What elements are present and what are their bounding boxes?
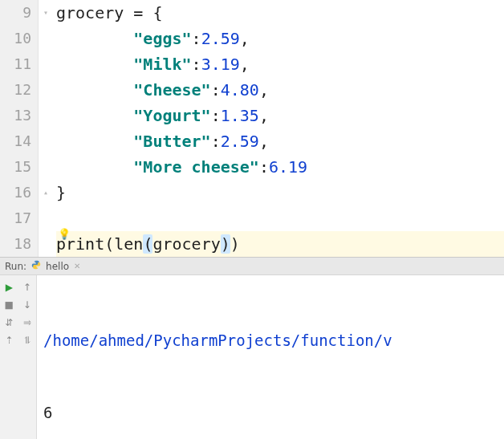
line-number: 12: [3, 77, 31, 103]
run-output[interactable]: /home/ahmed/PycharmProjects/function/v 6: [37, 275, 504, 439]
line-number: 14: [3, 128, 31, 154]
layout-button[interactable]: ⇵: [0, 314, 18, 331]
code-area[interactable]: grocery = { "eggs":2.59, "Milk":3.19, "C…: [55, 0, 504, 257]
fold-open-icon[interactable]: ▾: [40, 7, 51, 18]
expand-button[interactable]: ⇡: [0, 331, 18, 349]
output-value: 6: [43, 400, 498, 425]
code-line[interactable]: "Butter":2.59,: [56, 128, 504, 154]
code-line[interactable]: "eggs":2.59,: [56, 26, 504, 51]
code-line[interactable]: "Milk":3.19,: [56, 51, 504, 77]
fold-column[interactable]: ▾▴: [39, 0, 55, 257]
line-number: 10: [3, 26, 31, 51]
code-line[interactable]: }: [56, 180, 504, 205]
fold-close-icon[interactable]: ▴: [40, 187, 51, 198]
line-number: 16: [3, 180, 31, 205]
line-number: 17: [3, 205, 31, 231]
soft-wrap-button[interactable]: ⥤: [18, 314, 37, 331]
code-line[interactable]: "Cheese":4.80,: [56, 77, 504, 103]
line-number: 11: [3, 51, 31, 77]
scroll-down-button[interactable]: ↓: [18, 296, 37, 314]
output-path: /home/ahmed/PycharmProjects/function/v: [43, 328, 498, 352]
code-editor[interactable]: 9101112131415161718 ▾▴ grocery = { "eggs…: [0, 0, 504, 257]
run-tool-window: Run: hello ✕ ▶ ↑ ■ ↓ ⇵ ⥤ ⇡ ⥮ /home/ahmed…: [0, 257, 504, 439]
intention-bulb-icon[interactable]: 💡: [58, 222, 71, 247]
run-config-name[interactable]: hello: [46, 261, 69, 272]
line-number: 18: [3, 231, 31, 257]
code-line[interactable]: print(len(grocery)): [56, 231, 504, 257]
line-number-gutter: 9101112131415161718: [0, 0, 39, 257]
run-label: Run:: [5, 261, 26, 272]
settings-button[interactable]: ⥮: [18, 331, 37, 349]
code-line[interactable]: "Yogurt":1.35,: [56, 103, 504, 128]
rerun-button[interactable]: ▶: [0, 278, 18, 296]
code-line[interactable]: "More cheese":6.19: [56, 154, 504, 180]
code-line[interactable]: grocery = {: [56, 0, 504, 26]
stop-button[interactable]: ■: [0, 296, 18, 314]
code-line[interactable]: [56, 205, 504, 231]
run-header: Run: hello ✕: [0, 258, 504, 275]
line-number: 13: [3, 103, 31, 128]
python-icon: [31, 260, 41, 272]
line-number: 15: [3, 154, 31, 180]
run-sidebar: ▶ ↑ ■ ↓ ⇵ ⥤ ⇡ ⥮: [0, 275, 37, 439]
scroll-up-button[interactable]: ↑: [18, 278, 37, 296]
line-number: 9: [3, 0, 31, 26]
close-tab-icon[interactable]: ✕: [74, 262, 80, 270]
